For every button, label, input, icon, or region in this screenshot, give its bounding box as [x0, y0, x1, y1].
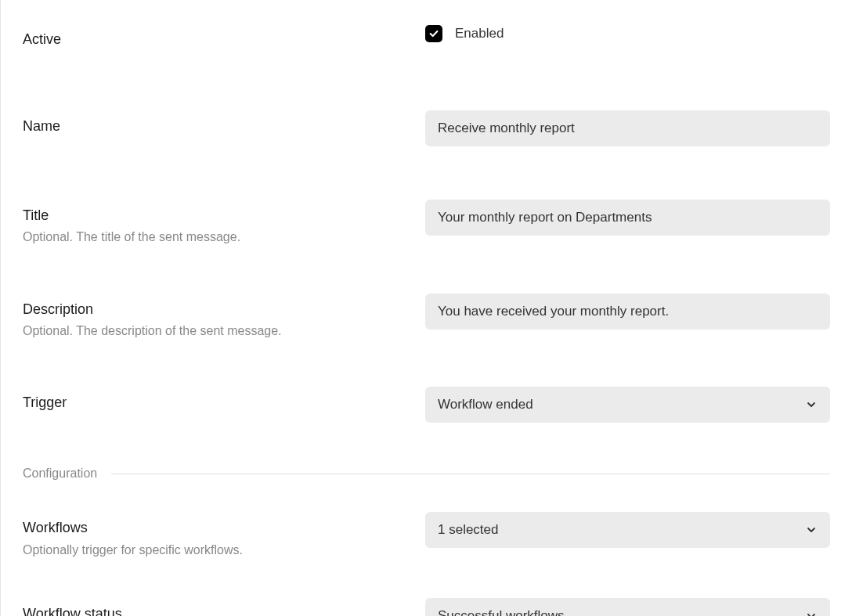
- description-label: Description: [23, 300, 425, 319]
- title-hint: Optional. The title of the sent message.: [23, 229, 425, 246]
- chevron-down-icon: [805, 524, 818, 536]
- name-input-col: [425, 110, 830, 146]
- active-checkbox[interactable]: [425, 25, 442, 42]
- active-input-col: Enabled: [425, 23, 830, 42]
- active-row: Active Enabled: [23, 23, 830, 49]
- workflows-input-col: 1 selected: [425, 512, 830, 548]
- description-hint: Optional. The description of the sent me…: [23, 322, 425, 340]
- configuration-section-divider: Configuration: [23, 467, 830, 481]
- name-label: Name: [23, 117, 425, 136]
- description-input-col: [425, 294, 830, 330]
- active-checkbox-wrap: Enabled: [425, 23, 830, 42]
- chevron-down-icon: [805, 610, 818, 616]
- trigger-label-col: Trigger: [23, 387, 425, 412]
- chevron-down-icon: [805, 398, 818, 411]
- active-label: Active: [23, 30, 425, 49]
- workflow-status-row: Workflow status Limit trigger to success…: [23, 598, 830, 616]
- description-label-col: Description Optional. The description of…: [23, 294, 425, 340]
- configuration-section-title: Configuration: [23, 467, 97, 481]
- workflows-label: Workflows: [23, 518, 425, 538]
- title-input[interactable]: [425, 200, 830, 236]
- workflow-status-input-col: Successful workflows: [425, 598, 830, 616]
- trigger-input-col: Workflow ended: [425, 387, 830, 423]
- description-row: Description Optional. The description of…: [23, 294, 830, 340]
- trigger-select[interactable]: Workflow ended: [425, 387, 830, 423]
- title-label-col: Title Optional. The title of the sent me…: [23, 200, 425, 247]
- name-label-col: Name: [23, 110, 425, 136]
- name-row: Name: [23, 110, 830, 146]
- workflows-select-value: 1 selected: [438, 522, 499, 538]
- workflows-select[interactable]: 1 selected: [425, 512, 830, 548]
- workflow-status-label-col: Workflow status Limit trigger to success…: [23, 598, 425, 616]
- workflow-status-label: Workflow status: [23, 604, 425, 616]
- trigger-row: Trigger Workflow ended: [23, 387, 830, 423]
- workflow-status-select-value: Successful workflows: [438, 608, 565, 616]
- trigger-label: Trigger: [23, 393, 425, 412]
- workflows-label-col: Workflows Optionally trigger for specifi…: [23, 512, 425, 559]
- active-label-col: Active: [23, 23, 425, 49]
- active-checkbox-label: Enabled: [455, 26, 504, 41]
- workflow-status-select[interactable]: Successful workflows: [425, 598, 830, 616]
- title-row: Title Optional. The title of the sent me…: [23, 200, 830, 247]
- title-input-col: [425, 200, 830, 236]
- title-label: Title: [23, 206, 425, 225]
- name-input[interactable]: [425, 110, 830, 146]
- check-icon: [428, 28, 439, 39]
- trigger-select-value: Workflow ended: [438, 397, 533, 412]
- divider-line: [111, 474, 830, 474]
- description-input[interactable]: [425, 294, 830, 330]
- workflows-hint: Optionally trigger for specific workflow…: [23, 542, 425, 559]
- workflows-row: Workflows Optionally trigger for specifi…: [23, 512, 830, 559]
